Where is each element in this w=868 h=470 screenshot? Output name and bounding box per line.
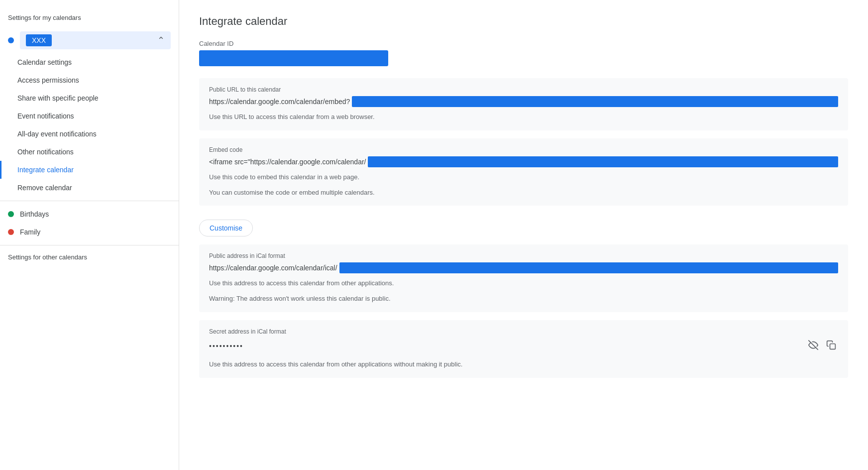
copy-button[interactable] bbox=[824, 338, 838, 354]
public-ical-box: Public address in iCal format https://ca… bbox=[199, 244, 848, 312]
secret-ical-icons bbox=[802, 338, 838, 354]
secret-ical-label: Secret address in iCal format bbox=[209, 328, 838, 335]
embed-code-label: Embed code bbox=[209, 146, 838, 153]
public-url-box: Public URL to this calendar https://cale… bbox=[199, 78, 848, 130]
public-url-desc: Use this URL to access this calendar fro… bbox=[209, 112, 838, 122]
secret-ical-desc: Use this address to access this calendar… bbox=[209, 359, 838, 370]
eye-off-icon bbox=[808, 340, 818, 350]
sidebar-item-share-with-specific-people[interactable]: Share with specific people bbox=[0, 89, 179, 107]
secret-ical-row: •••••••••• bbox=[209, 338, 838, 354]
calendar-xxx-item[interactable]: XXX ⌃ bbox=[0, 27, 179, 53]
copy-icon bbox=[826, 340, 836, 350]
public-ical-highlight bbox=[339, 262, 838, 273]
sidebar-item-other-notifications[interactable]: Other notifications bbox=[0, 143, 179, 161]
birthdays-label: Birthdays bbox=[20, 210, 49, 218]
customise-button[interactable]: Customise bbox=[199, 220, 253, 236]
nav-label-event-notifications: Event notifications bbox=[17, 112, 74, 120]
main-content: Integrate calendar Calendar ID Public UR… bbox=[179, 0, 868, 470]
calendar-item-main[interactable]: XXX ⌃ bbox=[20, 31, 171, 49]
sidebar-divider bbox=[0, 201, 179, 201]
secret-ical-box: Secret address in iCal format •••••••••• bbox=[199, 320, 848, 378]
embed-code-box: Embed code <iframe src="https://calendar… bbox=[199, 138, 848, 206]
sidebar-divider-2 bbox=[0, 245, 179, 245]
embed-code-desc-2: You can customise the code or embed mult… bbox=[209, 188, 838, 198]
sidebar-item-birthdays[interactable]: Birthdays bbox=[0, 205, 179, 223]
birthdays-dot bbox=[8, 211, 14, 217]
nav-label-other-notifications: Other notifications bbox=[17, 148, 74, 156]
nav-label-all-day-event-notifications: All-day event notifications bbox=[17, 130, 97, 138]
embed-code-desc-1: Use this code to embed this calendar in … bbox=[209, 172, 838, 183]
calendar-id-bar bbox=[199, 50, 388, 66]
sidebar-item-integrate-calendar[interactable]: Integrate calendar bbox=[0, 161, 179, 179]
sidebar-item-all-day-event-notifications[interactable]: All-day event notifications bbox=[0, 125, 179, 143]
public-ical-desc-2: Warning: The address won't work unless t… bbox=[209, 294, 838, 304]
public-url-value: https://calendar.google.com/calendar/emb… bbox=[209, 96, 838, 107]
family-dot bbox=[8, 229, 14, 235]
secret-ical-dots: •••••••••• bbox=[209, 342, 802, 350]
toggle-visibility-button[interactable] bbox=[806, 338, 820, 354]
chevron-up-icon: ⌃ bbox=[157, 35, 165, 46]
sidebar: Settings for my calendars XXX ⌃ Calendar… bbox=[0, 0, 179, 470]
sidebar-item-family[interactable]: Family bbox=[0, 223, 179, 241]
sidebar-item-event-notifications[interactable]: Event notifications bbox=[0, 107, 179, 125]
family-label: Family bbox=[20, 228, 40, 236]
sidebar-item-access-permissions[interactable]: Access permissions bbox=[0, 71, 179, 89]
public-ical-text: https://calendar.google.com/calendar/ica… bbox=[209, 264, 337, 272]
public-url-text: https://calendar.google.com/calendar/emb… bbox=[209, 98, 350, 106]
embed-code-value: <iframe src="https://calendar.google.com… bbox=[209, 156, 838, 167]
nav-label-share-with-specific-people: Share with specific people bbox=[17, 94, 99, 102]
public-ical-value: https://calendar.google.com/calendar/ica… bbox=[209, 262, 838, 273]
settings-for-other-calendars-title: Settings for other calendars bbox=[0, 249, 179, 267]
public-ical-label: Public address in iCal format bbox=[209, 252, 838, 259]
sidebar-item-calendar-settings[interactable]: Calendar settings bbox=[0, 53, 179, 71]
calendar-id-label: Calendar ID bbox=[199, 40, 848, 47]
settings-for-my-calendars-title: Settings for my calendars bbox=[0, 10, 179, 27]
svg-rect-1 bbox=[830, 344, 836, 349]
nav-label-calendar-settings: Calendar settings bbox=[17, 58, 72, 66]
embed-code-highlight bbox=[368, 156, 838, 167]
public-url-highlight bbox=[352, 96, 838, 107]
nav-label-integrate-calendar: Integrate calendar bbox=[17, 166, 74, 174]
nav-label-remove-calendar: Remove calendar bbox=[17, 184, 72, 192]
embed-code-text: <iframe src="https://calendar.google.com… bbox=[209, 158, 366, 166]
calendar-dot bbox=[8, 37, 14, 43]
public-ical-desc-1: Use this address to access this calendar… bbox=[209, 278, 838, 289]
calendar-name: XXX bbox=[26, 34, 52, 46]
page-title: Integrate calendar bbox=[199, 15, 848, 28]
sidebar-item-remove-calendar[interactable]: Remove calendar bbox=[0, 179, 179, 197]
nav-label-access-permissions: Access permissions bbox=[17, 76, 79, 84]
public-url-label: Public URL to this calendar bbox=[209, 86, 838, 93]
